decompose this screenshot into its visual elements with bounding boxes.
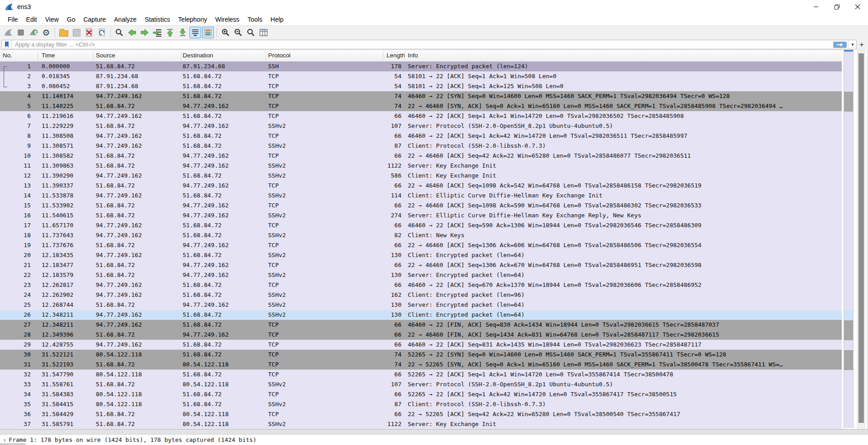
- pane-splitter[interactable]: [0, 429, 868, 435]
- wireshark-window: ens3 FileEditViewGoCaptureAnalyzeStatist…: [0, 0, 868, 445]
- menu-item-wireless[interactable]: Wireless: [211, 14, 244, 25]
- start-capture-icon[interactable]: [2, 27, 14, 38]
- open-file-icon[interactable]: [58, 27, 70, 38]
- expand-frame-icon[interactable]: ›: [4, 436, 5, 443]
- packet-row[interactable]: 37 31.585791 51.68.84.72 80.54.122.118 S…: [0, 419, 842, 429]
- packet-row[interactable]: 2 0.018345 87.91.234.68 51.68.84.72 TCP …: [0, 71, 842, 81]
- menu-item-analyze[interactable]: Analyze: [110, 14, 141, 25]
- title-bar: ens3: [0, 0, 868, 14]
- column-header-destination[interactable]: Destination: [183, 50, 213, 61]
- column-header-no[interactable]: No.: [3, 50, 12, 61]
- menu-item-go[interactable]: Go: [63, 14, 80, 25]
- capture-options-icon[interactable]: ⚙: [40, 27, 52, 38]
- menu-item-telephony[interactable]: Telephony: [174, 14, 211, 25]
- packet-row[interactable]: 3 0.080452 87.91.234.68 51.68.84.72 TCP …: [0, 81, 842, 91]
- apply-filter-button[interactable]: [833, 42, 847, 48]
- vertical-scrollbar[interactable]: [857, 50, 865, 434]
- filter-bookmark-icon[interactable]: [2, 40, 12, 49]
- minimize-button[interactable]: [806, 0, 826, 14]
- packet-row[interactable]: 31 31.522193 51.68.84.72 80.54.122.118 T…: [0, 360, 842, 370]
- packet-row[interactable]: 29 12.428755 94.77.249.162 51.68.84.72 T…: [0, 340, 842, 350]
- restore-button[interactable]: [826, 0, 847, 14]
- packet-row[interactable]: 7 11.229229 51.68.84.72 94.77.249.162 SS…: [0, 121, 842, 131]
- packet-minimap[interactable]: [844, 50, 854, 434]
- packet-row[interactable]: 12 11.390290 94.77.249.162 51.68.84.72 S…: [0, 171, 842, 181]
- go-to-top-icon[interactable]: [164, 27, 176, 38]
- column-header-time[interactable]: Time: [42, 50, 55, 61]
- packet-row[interactable]: 20 12.183435 94.77.249.162 51.68.84.72 S…: [0, 250, 842, 260]
- add-filter-button[interactable]: +: [857, 41, 867, 49]
- minimap-band: [844, 102, 853, 112]
- stop-capture-icon[interactable]: [15, 27, 27, 38]
- packet-row[interactable]: 15 11.533902 51.68.84.72 94.77.249.162 T…: [0, 201, 842, 211]
- packet-row[interactable]: 14 11.533878 94.77.249.162 51.68.84.72 S…: [0, 191, 842, 201]
- packet-row[interactable]: 34 31.584383 80.54.122.118 51.68.84.72 T…: [0, 389, 842, 399]
- packet-row[interactable]: 13 11.390337 51.68.84.72 94.77.249.162 T…: [0, 181, 842, 191]
- filter-bar: ▼ +: [0, 39, 868, 50]
- menu-item-file[interactable]: File: [4, 14, 22, 25]
- packet-row[interactable]: 5 11.140225 51.68.84.72 94.77.249.162 TC…: [0, 101, 842, 111]
- packet-row[interactable]: 32 31.547790 80.54.122.118 51.68.84.72 T…: [0, 370, 842, 379]
- menu-item-help[interactable]: Help: [266, 14, 288, 25]
- column-header-info[interactable]: Info: [408, 50, 418, 61]
- packet-row[interactable]: 6 11.219616 94.77.249.162 51.68.84.72 TC…: [0, 111, 842, 121]
- go-to-packet-icon[interactable]: [151, 27, 163, 38]
- find-packet-icon[interactable]: [113, 27, 125, 38]
- packet-row[interactable]: 11 11.309863 51.68.84.72 94.77.249.162 S…: [0, 161, 842, 171]
- minimap-band: [844, 330, 853, 340]
- bottom-pane-edge: [0, 443, 26, 445]
- go-to-bottom-icon[interactable]: [177, 27, 189, 38]
- menu-item-tools[interactable]: Tools: [244, 14, 267, 25]
- packet-row[interactable]: 36 31.584429 51.68.84.72 80.54.122.118 T…: [0, 409, 842, 419]
- column-header-protocol[interactable]: Protocol: [268, 50, 291, 61]
- column-header-length[interactable]: Length: [387, 50, 405, 61]
- packet-row[interactable]: 17 11.657170 94.77.249.162 51.68.84.72 T…: [0, 220, 842, 230]
- reload-file-icon[interactable]: [96, 27, 108, 38]
- restart-capture-icon[interactable]: [28, 27, 39, 38]
- column-header-source[interactable]: Source: [96, 50, 115, 61]
- packet-row[interactable]: 16 11.540615 51.68.84.72 94.77.249.162 S…: [0, 211, 842, 220]
- packet-row[interactable]: 25 12.268744 51.68.84.72 94.77.249.162 S…: [0, 300, 842, 310]
- close-icon: [855, 4, 860, 9]
- scrollbar-thumb[interactable]: [859, 53, 864, 423]
- packet-row[interactable]: 30 31.522121 80.54.122.118 51.68.84.72 T…: [0, 350, 842, 360]
- packet-row[interactable]: 33 31.558761 51.68.84.72 80.54.122.118 S…: [0, 379, 842, 389]
- go-back-icon[interactable]: [126, 27, 138, 38]
- packet-row[interactable]: 27 12.348211 94.77.249.162 51.68.84.72 T…: [0, 320, 842, 330]
- packet-row[interactable]: 24 12.262902 94.77.249.162 51.68.84.72 S…: [0, 290, 842, 300]
- packet-row[interactable]: 35 31.584415 80.54.122.118 51.68.84.72 S…: [0, 399, 842, 409]
- close-button[interactable]: [847, 0, 868, 14]
- packet-row[interactable]: 8 11.308508 94.77.249.162 51.68.84.72 TC…: [0, 131, 842, 141]
- packet-row[interactable]: 21 12.183477 51.68.84.72 94.77.249.162 T…: [0, 260, 842, 270]
- menu-item-capture[interactable]: Capture: [79, 14, 110, 25]
- zoom-out-icon[interactable]: [232, 27, 244, 38]
- go-forward-icon[interactable]: [139, 27, 151, 38]
- packet-row[interactable]: 9 11.308571 94.77.249.162 51.68.84.72 SS…: [0, 141, 842, 151]
- packet-row[interactable]: 1 0.000000 51.68.84.72 87.91.234.68 SSH …: [0, 61, 842, 71]
- menu-item-view[interactable]: View: [41, 14, 63, 25]
- packet-row[interactable]: 28 12.349396 51.68.84.72 94.77.249.162 T…: [0, 330, 842, 340]
- menu-item-statistics[interactable]: Statistics: [141, 14, 174, 25]
- minimap-band: [844, 350, 853, 360]
- packet-row[interactable]: 4 11.140174 94.77.249.162 51.68.84.72 TC…: [0, 91, 842, 101]
- close-file-icon[interactable]: [83, 27, 95, 38]
- packet-row[interactable]: 23 12.262817 94.77.249.162 51.68.84.72 T…: [0, 280, 842, 290]
- packet-row[interactable]: 26 12.348211 94.77.249.162 51.68.84.72 S…: [0, 310, 842, 320]
- packet-row[interactable]: 19 11.737676 51.68.84.72 94.77.249.162 T…: [0, 240, 842, 250]
- resize-columns-icon[interactable]: [258, 27, 269, 38]
- packet-row[interactable]: 18 11.737643 94.77.249.162 51.68.84.72 S…: [0, 230, 842, 240]
- display-filter-input[interactable]: [12, 41, 833, 48]
- packet-row[interactable]: 22 12.183579 51.68.84.72 94.77.249.162 S…: [0, 270, 842, 280]
- filter-history-dropdown[interactable]: ▼: [849, 40, 856, 49]
- save-file-icon[interactable]: [71, 27, 82, 38]
- packet-row[interactable]: 10 11.308582 51.68.84.72 94.77.249.162 T…: [0, 151, 842, 161]
- auto-scroll-icon[interactable]: [189, 27, 201, 38]
- frame-summary[interactable]: Frame 1: 178 bytes on wire (1424 bits), …: [9, 436, 256, 443]
- colorize-packets-icon[interactable]: [202, 27, 214, 38]
- toolbar-separator: [217, 28, 217, 37]
- display-filter-box: ▼: [1, 40, 857, 49]
- minimap-band: [844, 320, 853, 330]
- zoom-in-icon[interactable]: [220, 27, 231, 38]
- menu-item-edit[interactable]: Edit: [22, 14, 41, 25]
- zoom-reset-icon[interactable]: [245, 27, 257, 38]
